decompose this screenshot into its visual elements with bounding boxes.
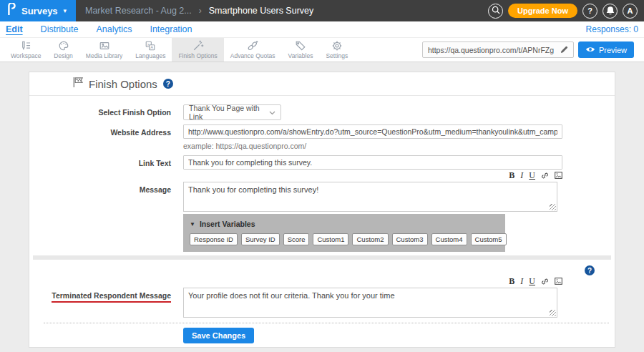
section-divider [33,255,611,260]
variable-custom4-button[interactable]: Custom4 [431,233,467,245]
wand-icon [192,40,204,52]
toolbar-item-settings[interactable]: Settings [319,38,354,62]
help-button[interactable]: ? [582,4,597,19]
underline-button[interactable]: U [529,172,535,180]
toolbar-item-finish-options[interactable]: Finish Options [172,38,223,62]
website-address-example: example: https://qa.questionpro.com/ [183,142,562,150]
breadcrumb: Market Research - Aug 2... › Smartphone … [85,6,313,16]
upgrade-now-button[interactable]: Upgrade Now [508,4,577,18]
save-changes-button[interactable]: Save Changes [183,328,254,343]
toolbar-item-label: Finish Options [178,52,217,59]
variable-score-button[interactable]: Score [283,233,310,245]
italic-button[interactable]: I [520,172,523,180]
chain-icon [247,40,258,52]
variable-custom2-button[interactable]: Custom2 [352,233,388,245]
toolbar-item-design[interactable]: Design [47,38,79,62]
finish-options-form: Select Finish Option Thank You Page with… [29,96,615,343]
finish-option-select[interactable]: Thank You Page with Link [183,104,281,120]
toolbar-item-label: Settings [326,52,348,59]
text-format-toolbar: B I U [183,277,562,285]
toolbar-item-variables[interactable]: Variables [282,38,320,62]
translate-icon: xA [145,40,156,52]
preview-button[interactable]: Preview [578,41,634,58]
finish-flag-icon [72,77,83,91]
select-finish-option-label: Select Finish Option [29,104,183,120]
nav-tabs: Edit Distribute Analytics Integration Re… [0,21,644,38]
insert-image-icon[interactable] [555,278,562,285]
underline-button[interactable]: U [529,278,535,285]
resize-handle[interactable] [550,310,556,316]
svg-text:A: A [151,45,154,49]
eye-icon [585,46,595,54]
search-icon [492,6,500,16]
toolbar-item-label: Design [54,52,72,59]
insert-link-icon[interactable] [541,278,549,285]
breadcrumb-current-survey: Smartphone Users Survey [209,6,314,16]
workspace-icon [20,40,31,52]
preview-button-label: Preview [599,46,627,54]
link-text-label: Link Text [29,155,183,170]
website-address-label: Website Address [29,124,183,150]
page-title: Finish Options [89,78,157,90]
variable-response-id-button[interactable]: Response ID [190,233,238,245]
insert-variables-header[interactable]: ▼ Insert Variables [190,220,499,228]
tab-edit[interactable]: Edit [6,24,23,34]
insert-variables-panel: ▼ Insert Variables Response ID Survey ID… [183,214,505,252]
avatar[interactable]: A [623,4,638,19]
tab-integration[interactable]: Integration [150,24,192,34]
collapse-caret-icon: ▼ [190,221,195,228]
tab-analytics[interactable]: Analytics [96,24,132,34]
toolbar-item-label: Media Library [86,52,123,59]
product-menu[interactable]: Surveys ▾ [0,0,76,21]
palette-icon [58,40,69,52]
tag-icon [295,40,306,52]
search-button[interactable] [488,4,503,19]
italic-button[interactable]: I [520,278,523,285]
pencil-icon [560,44,568,57]
edit-toolbar: Workspace Design Media Library xA Langua… [0,38,644,62]
website-address-input[interactable] [183,124,562,139]
toolbar-item-advance-quotas[interactable]: Advance Quotas [224,38,282,62]
bell-icon [606,6,615,16]
content-area: Finish Options ? Select Finish Option Th… [0,62,644,348]
breadcrumb-folder[interactable]: Market Research - Aug 2... [85,6,192,16]
notifications-button[interactable] [602,4,618,19]
toolbar-right: Preview [422,38,644,62]
bold-button[interactable]: B [509,172,514,180]
bold-button[interactable]: B [509,278,514,285]
variable-custom5-button[interactable]: Custom5 [471,233,507,245]
resize-handle[interactable] [550,204,556,210]
insert-link-icon[interactable] [541,172,549,180]
toolbar-item-languages[interactable]: xA Languages [129,38,172,62]
variable-buttons: Response ID Survey ID Score Custom1 Cust… [190,233,499,245]
dotted-divider [44,323,609,323]
chevron-down-icon [269,108,275,117]
toolbar-item-media-library[interactable]: Media Library [79,38,130,62]
questionpro-logo-icon [6,3,16,19]
tab-distribute[interactable]: Distribute [41,24,79,34]
link-text-input[interactable] [183,155,562,170]
chevron-down-icon: ▾ [64,7,67,14]
message-textarea[interactable]: Thank you for completing this survey! [183,182,557,212]
responses-count[interactable]: Responses: 0 [586,24,638,34]
toolbar-item-label: Workspace [11,52,41,59]
variable-custom3-button[interactable]: Custom3 [392,233,428,245]
toolbar-item-label: Variables [288,52,313,59]
topbar-actions: Upgrade Now ? A [488,4,644,19]
finish-options-help-icon[interactable]: ? [163,79,173,89]
insert-variables-title: Insert Variables [200,220,255,228]
terminated-respondent-message-textarea[interactable]: Your profile does not fit our criteria. … [183,288,557,318]
product-menu-label: Surveys [21,6,58,16]
toolbar-item-label: Advance Quotas [230,52,275,59]
survey-url-input[interactable] [423,46,556,54]
variable-custom1-button[interactable]: Custom1 [313,233,348,245]
card-header: Finish Options ? [29,72,615,96]
toolbar-item-label: Languages [135,52,165,59]
edit-url-button[interactable] [556,44,573,57]
insert-image-icon[interactable] [555,172,562,179]
variable-survey-id-button[interactable]: Survey ID [241,233,280,245]
toolbar-item-workspace[interactable]: Workspace [4,38,47,62]
terminated-help-icon[interactable]: ? [585,265,595,275]
finish-option-selected-value: Thank You Page with Link [189,104,269,121]
topbar: Surveys ▾ Market Research - Aug 2... › S… [0,0,644,21]
